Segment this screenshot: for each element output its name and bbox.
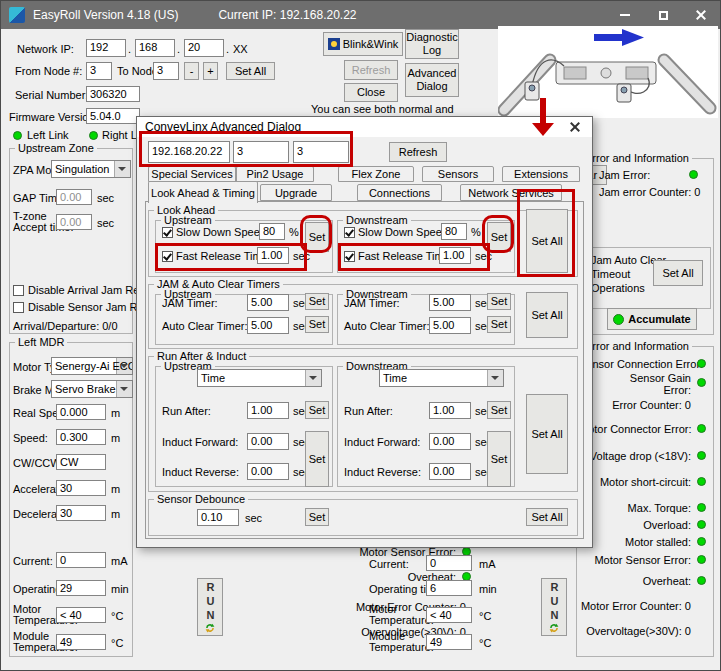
diagnostic-log-button[interactable]: Diagnostic Log bbox=[405, 29, 459, 59]
sensor-debounce-field[interactable]: 0.10 bbox=[197, 509, 239, 526]
down-slow-down-checkbox[interactable] bbox=[344, 227, 355, 238]
up-jam-timer-set-button[interactable]: Set bbox=[305, 293, 329, 310]
sensor-debounce-set-all-button[interactable]: Set All bbox=[526, 508, 568, 526]
tab-upgrade[interactable]: Upgrade bbox=[260, 184, 332, 201]
speed-field[interactable]: 0.300 bbox=[56, 429, 106, 445]
down-jam-timer-field[interactable]: 5.00 bbox=[429, 294, 471, 311]
down-run-mode-dropdown[interactable]: Time bbox=[379, 369, 504, 387]
serial-number-field[interactable]: 306320 bbox=[86, 86, 140, 102]
down-jam-timer-set-button[interactable]: Set bbox=[487, 293, 511, 310]
node-set-all-button[interactable]: Set All bbox=[226, 62, 275, 80]
operating-time-field[interactable]: 29 bbox=[56, 580, 106, 596]
brake-method-dropdown[interactable]: Servo Brake bbox=[51, 380, 133, 398]
up-slow-down-field[interactable]: 80 bbox=[259, 223, 285, 240]
sensor-gain-error-led bbox=[697, 378, 706, 387]
dialog-node-to-field[interactable]: 3 bbox=[293, 141, 349, 163]
down-fast-release-checkbox[interactable] bbox=[344, 251, 355, 262]
gap-timer-field[interactable]: 0.00 bbox=[56, 189, 92, 205]
tab-extensions[interactable]: Extensions bbox=[502, 166, 580, 182]
up-fast-release-checkbox[interactable] bbox=[162, 251, 173, 262]
jam-set-all-button[interactable]: Set All bbox=[653, 260, 703, 286]
deceleration-field[interactable]: 30 bbox=[56, 505, 106, 521]
up-auto-clear-set-button[interactable]: Set bbox=[305, 316, 329, 333]
motor-temp-field[interactable]: < 40 bbox=[56, 607, 106, 623]
down-look-ahead-set-button[interactable]: Set bbox=[487, 222, 511, 252]
zpa-mode-dropdown[interactable]: Singulation bbox=[51, 160, 131, 178]
acceleration-field[interactable]: 30 bbox=[56, 480, 106, 496]
tab-look-ahead-timing[interactable]: Look Ahead & Timing bbox=[148, 181, 258, 203]
accumulate-button[interactable]: Accumulate bbox=[607, 308, 697, 330]
close-button[interactable] bbox=[682, 1, 720, 29]
from-node-field[interactable]: 3 bbox=[86, 62, 112, 80]
sensor-debounce-set-button[interactable]: Set bbox=[305, 508, 329, 526]
maximize-button[interactable] bbox=[644, 1, 682, 29]
up-induct-reverse-field[interactable]: 0.00 bbox=[247, 463, 289, 480]
cwccw-field[interactable]: CW bbox=[56, 454, 106, 470]
down-induct-set-button[interactable]: Set bbox=[487, 431, 511, 487]
center-operating-time-field[interactable]: 6 bbox=[426, 580, 472, 596]
error-row-label: Overheat: bbox=[579, 575, 691, 587]
up-look-ahead-set-button[interactable]: Set bbox=[305, 222, 329, 252]
up-jam-timer-field[interactable]: 5.00 bbox=[247, 294, 289, 311]
disable-arrival-jam-checkbox[interactable] bbox=[13, 285, 24, 296]
dialog-ip-field[interactable]: 192.168.20.22 bbox=[148, 141, 230, 163]
blink-wink-button[interactable]: Blink&Wink bbox=[323, 32, 403, 56]
up-induct-set-button[interactable]: Set bbox=[305, 431, 329, 487]
up-run-after-field[interactable]: 1.00 bbox=[247, 402, 289, 419]
center-module-temp-field[interactable]: 49 bbox=[426, 634, 472, 650]
left-mdr-title: Left MDR bbox=[15, 337, 67, 348]
firmware-field[interactable]: 5.04.0 bbox=[86, 108, 140, 124]
dialog-refresh-button[interactable]: Refresh bbox=[389, 142, 447, 162]
tab-pin2-usage[interactable]: Pin2 Usage bbox=[236, 166, 314, 182]
up-run-after-set-button[interactable]: Set bbox=[305, 401, 329, 419]
down-slow-down-field[interactable]: 80 bbox=[441, 223, 467, 240]
motor-stalled-led bbox=[697, 537, 706, 546]
ip-octet-2-field[interactable]: 168 bbox=[135, 39, 175, 57]
jam-timers-set-all-button[interactable]: Set All bbox=[526, 292, 568, 338]
node-minus-button[interactable]: - bbox=[184, 62, 199, 80]
up-slow-down-checkbox[interactable] bbox=[162, 227, 173, 238]
tzone-field[interactable]: 0.00 bbox=[56, 214, 92, 230]
dialog-close-button[interactable] bbox=[564, 119, 586, 135]
down-auto-clear-set-button[interactable]: Set bbox=[487, 316, 511, 333]
tab-special-services[interactable]: Special Services bbox=[148, 166, 236, 182]
up-run-mode-value: Time bbox=[201, 372, 225, 384]
run-button-right[interactable]: RUN bbox=[541, 578, 567, 636]
close-dialog-button[interactable]: Close bbox=[344, 83, 398, 102]
node-plus-button[interactable]: + bbox=[203, 62, 218, 80]
down-run-after-field[interactable]: 1.00 bbox=[429, 402, 471, 419]
ip-octet-1-field[interactable]: 192 bbox=[86, 39, 126, 57]
tab-network-services[interactable]: Network Services bbox=[460, 184, 562, 201]
advanced-dialog-button[interactable]: Advanced Dialog bbox=[405, 63, 459, 97]
down-fast-release-field[interactable]: 1.00 bbox=[439, 247, 471, 264]
down-slow-down-unit: % bbox=[471, 226, 481, 238]
tab-sensors[interactable]: Sensors bbox=[422, 166, 494, 182]
minimize-button[interactable] bbox=[606, 1, 644, 29]
motor-type-dropdown[interactable]: Senergy-Ai ECO bbox=[51, 357, 133, 375]
refresh-button[interactable]: Refresh bbox=[344, 60, 398, 80]
run-induct-set-all-button[interactable]: Set All bbox=[526, 394, 568, 474]
tab-flex-zone[interactable]: Flex Zone bbox=[338, 166, 414, 182]
down-auto-clear-field[interactable]: 5.00 bbox=[429, 317, 471, 334]
center-current-field[interactable]: 0 bbox=[426, 555, 472, 571]
up-run-mode-dropdown[interactable]: Time bbox=[197, 369, 322, 387]
down-induct-reverse-field[interactable]: 0.00 bbox=[429, 463, 471, 480]
dialog-node-from-field[interactable]: 3 bbox=[233, 141, 289, 163]
real-speed-field[interactable]: 0.000 bbox=[56, 404, 106, 420]
up-fast-release-field[interactable]: 1.00 bbox=[257, 247, 289, 264]
up-induct-forward-field[interactable]: 0.00 bbox=[247, 433, 289, 450]
down-induct-forward-field[interactable]: 0.00 bbox=[429, 433, 471, 450]
tab-connections[interactable]: Connections bbox=[357, 184, 442, 201]
ip-octet-3-field[interactable]: 20 bbox=[184, 39, 224, 57]
module-temp-field[interactable]: 49 bbox=[56, 634, 106, 650]
center-motor-temp-unit: °C bbox=[479, 610, 491, 622]
current-field[interactable]: 0 bbox=[56, 552, 106, 568]
up-auto-clear-field[interactable]: 5.00 bbox=[247, 317, 289, 334]
run-button-left[interactable]: RUN bbox=[197, 578, 223, 636]
down-run-after-set-button[interactable]: Set bbox=[487, 401, 511, 419]
to-node-field[interactable]: 3 bbox=[153, 62, 179, 80]
title-bar: EasyRoll Version 4.18 (US) Current IP: 1… bbox=[1, 1, 720, 29]
disable-sensor-jam-checkbox[interactable] bbox=[13, 302, 24, 313]
look-ahead-set-all-button[interactable]: Set All bbox=[526, 209, 568, 273]
center-motor-temp-field[interactable]: < 40 bbox=[426, 607, 472, 623]
